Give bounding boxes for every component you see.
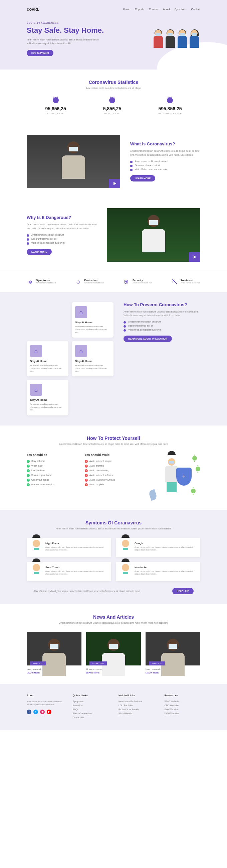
symptom-text: Amet minim mollit non deserunt ipsim non… — [45, 570, 107, 576]
symptoms-subtitle: Amet minim mollit non deserunt ullamco e… — [27, 527, 200, 530]
feature-item: ⛨ SecurityAmet minim mollit non — [123, 279, 152, 285]
bed-icon: ⛏ — [171, 279, 178, 285]
list-item: wash your hands — [27, 478, 75, 481]
news-card[interactable]: 5 Dec. 2021 How coronavirus very contigi… — [27, 632, 81, 674]
helpline-text: Stay at home and call your docter . Amet… — [33, 590, 140, 592]
news-image: 10 Dec. 2021 — [86, 632, 141, 665]
footer-link[interactable]: LGU Facilities — [118, 704, 155, 707]
virus-icon — [167, 97, 173, 103]
list-item: Frequent self-isolation — [27, 483, 75, 486]
footer-heading: Helpful Links — [118, 694, 155, 697]
footer-link[interactable]: Gov Website — [164, 708, 201, 711]
symptom-card: CoughAmet minim mollit non deserunt ipsi… — [116, 538, 200, 557]
news-title: News And Articles — [27, 614, 200, 620]
footer-link[interactable]: World Health — [118, 712, 155, 715]
video-thumbnail[interactable] — [107, 208, 200, 262]
feature-sub: Amet minim mollit non — [133, 282, 152, 284]
stat-value: 95,856,25 — [45, 106, 66, 111]
nav-link[interactable]: Reports — [135, 8, 144, 11]
stat-value: 595,856,25 — [158, 106, 182, 111]
nav-link[interactable]: Home — [123, 8, 130, 11]
nav-links: Home Reports Centers About Symptons Cont… — [123, 8, 200, 11]
symptom-card: HeadacheAmet minim mollit non deserunt i… — [116, 562, 200, 581]
symptom-title: Sore Treoth — [45, 566, 107, 569]
home-icon: ⌂ — [75, 306, 87, 318]
footer-link[interactable]: WHO Website — [164, 700, 201, 703]
card-title: Stay At Home — [75, 360, 110, 363]
hero-title: Stay Safe. Stay Home. — [27, 26, 104, 35]
do-list: Stay at home Wear mask Use Sanitizer Dis… — [27, 460, 75, 486]
footer-link[interactable]: DOH Website — [164, 712, 201, 715]
twitter-icon[interactable]: t — [33, 710, 38, 714]
news-image: 5 Dec. 2021 — [146, 632, 200, 665]
symptom-text: Amet minim mollit non deserunt ipsim non… — [135, 570, 196, 576]
bullet: Deserunt ullamco est sit — [123, 324, 200, 327]
what-bullets: Amet minim mollit non deserunt Deserunt … — [130, 160, 200, 170]
footer-link[interactable]: Protect Your Family — [118, 708, 155, 711]
footer-link[interactable]: Symptoms — [73, 700, 109, 703]
card-text: Amet minim mollit non deserunt ullamco e… — [30, 364, 65, 372]
list-item: Avoid handshaking — [85, 469, 133, 472]
bullet: Amet minim mollit non deserunt — [123, 320, 200, 323]
what-title: What Is Coronavirus? — [130, 142, 200, 146]
nav-link[interactable]: Contact — [191, 8, 200, 11]
helpline-button[interactable]: HELP LINE — [172, 588, 194, 594]
home-icon: ⌂ — [30, 345, 42, 357]
prevent-card: ⌂ Stay At Home Amet minim mollit non des… — [27, 341, 68, 376]
hero-eyebrow: COVID-19 AWARENESS — [27, 22, 104, 24]
feature-item: ⛏ TreatmentAmet minim mollit non — [171, 279, 200, 285]
bullet: Amet minim mollit non deserunt — [130, 160, 200, 162]
news-card[interactable]: 10 Dec. 2021 How coronavirus very contig… — [86, 632, 141, 674]
nav-link[interactable]: About — [163, 8, 170, 11]
hero-subtitle: Amet minim mollit non deserunt ullamco e… — [27, 38, 100, 45]
stat-card: 595,856,25 RECOVRED CASES — [158, 97, 182, 115]
footer-link[interactable]: About Coronavirus — [73, 712, 109, 715]
why-title: Why Is It Dangerous? — [27, 215, 97, 220]
nav-link[interactable]: Centers — [149, 8, 158, 11]
hero-illustration — [152, 30, 200, 49]
instagram-icon[interactable]: ◉ — [40, 710, 45, 714]
nav-link[interactable]: Symptons — [175, 8, 187, 11]
prevent-card: ⌂ Stay At Home Amet minim mollit non des… — [72, 302, 114, 338]
learn-more-button[interactable]: LEARN MORE — [27, 249, 52, 255]
card-text: Amet minim mollit non deserunt ullamco e… — [75, 364, 110, 372]
learn-more-button[interactable]: LEARN MORE — [130, 175, 155, 182]
play-icon[interactable] — [109, 179, 120, 188]
prevent-card: ⌂ Stay At Home Amet minim mollit non des… — [72, 341, 114, 376]
symptom-text: Amet minim mollit non deserunt ipsim non… — [135, 546, 196, 552]
footer-link[interactable]: FAQs — [73, 708, 109, 711]
logo[interactable]: covid. — [27, 7, 39, 12]
what-text: Amet minim mollit non deserunt ullamco e… — [130, 149, 200, 156]
footer-link[interactable]: Prevation — [73, 704, 109, 707]
feature-title: Symptoms — [36, 279, 56, 282]
why-text: Amet minim mollit non deserunt ullamco e… — [27, 223, 97, 230]
footer-about: About Amet minim mollit non deserunt ull… — [27, 694, 63, 720]
stat-label: RECOVRED CASES — [158, 113, 182, 115]
footer-link[interactable]: Contact Us — [73, 716, 109, 719]
hero-cta-button[interactable]: How To Prevent — [27, 50, 53, 56]
footer-link[interactable]: CDC Website — [164, 704, 201, 707]
list-item: Use Sanitizer — [27, 469, 75, 472]
play-icon[interactable] — [189, 252, 200, 262]
facebook-icon[interactable]: f — [27, 710, 31, 714]
bullet: Deserunt ullamco est sit — [27, 238, 97, 240]
stats-subtitle: Amet minim mollit non deserunt ullamco e… — [27, 87, 200, 89]
youtube-icon[interactable]: ▶ — [47, 710, 51, 714]
feature-title: Security — [133, 279, 152, 282]
snowflake-icon: ❄ — [27, 279, 33, 285]
video-thumbnail[interactable] — [27, 135, 120, 188]
prevent-bullets: Amet minim mollit non deserunt Deserunt … — [123, 320, 200, 331]
stats-title: Coronavirus Statistics — [27, 80, 200, 85]
throat-icon — [31, 566, 42, 577]
navbar: covid. Home Reports Centers About Sympto… — [27, 7, 200, 12]
footer-col: Resources WHO Website CDC Website Gov We… — [164, 694, 201, 720]
footer-about-text: Amet minim mollit non deserunt ullamco e… — [27, 700, 63, 706]
card-text: Amet minim mollit non deserunt ullamco e… — [75, 325, 110, 334]
footer-heading: About — [27, 694, 63, 697]
news-card[interactable]: 5 Dec. 2021 How coronavirus very contigi… — [146, 632, 200, 674]
symptom-card: Sore TreothAmet minim mollit non deserun… — [27, 562, 111, 581]
read-more-button[interactable]: READ MORE ABOUT PREVENTION — [123, 336, 172, 342]
footer-link[interactable]: Healthcare Profesional — [118, 700, 155, 703]
symptom-text: Amet minim mollit non deserunt ipsim non… — [45, 546, 107, 552]
virus-icon — [53, 97, 59, 103]
